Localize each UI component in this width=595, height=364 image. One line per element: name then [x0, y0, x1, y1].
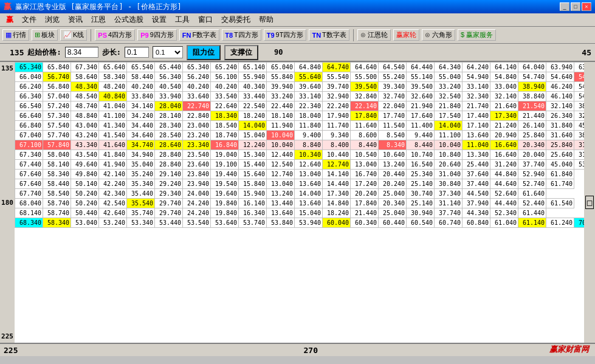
cell: 29.140	[155, 170, 183, 179]
menu-settings[interactable]: 设置	[148, 14, 170, 26]
cell: 25.040	[379, 208, 407, 218]
cell: 30.840	[435, 179, 463, 189]
support-btn[interactable]: 支撑位	[224, 45, 258, 60]
cell: 10.540	[351, 150, 379, 160]
menu-file[interactable]: 文件	[18, 14, 40, 26]
cell: 50.440	[71, 208, 99, 218]
cell: 58.440	[127, 72, 155, 82]
cell: 48.240	[99, 82, 127, 92]
table-row: 67.040 57.740 43.240 41.540 34.640 28.54…	[15, 131, 585, 140]
cell: 54.640	[546, 72, 574, 82]
start-price-input[interactable]	[65, 47, 98, 58]
cell: 17.840	[351, 199, 379, 208]
cell: 16.540	[407, 160, 435, 170]
cell: 17.240	[351, 179, 379, 189]
bottom-bar: 225 270 赢家财富网	[0, 343, 595, 356]
menu-window[interactable]: 窗口	[194, 14, 216, 26]
window-controls[interactable]: _ □ ×	[560, 2, 591, 11]
menu-info[interactable]: 资讯	[64, 14, 86, 26]
cell: 12.540	[267, 160, 295, 170]
cell: 16.640	[490, 150, 518, 160]
cell: 15.340	[239, 150, 267, 160]
cell: 68.040	[15, 199, 43, 208]
cell: 34.640	[127, 131, 155, 140]
cell: 20.340	[518, 140, 546, 150]
btn-hexagon[interactable]: ⊙ 六角形	[422, 29, 455, 41]
maximize-btn[interactable]: □	[571, 2, 580, 11]
cell: 53.340	[127, 218, 155, 228]
cell: 52.640	[490, 189, 518, 199]
btn-t8[interactable]: T8 T四方形	[222, 29, 261, 41]
resist-btn[interactable]: 阻力位	[187, 45, 221, 60]
cell: 64.240	[463, 63, 490, 72]
btn-blocks[interactable]: ⊞ 板块	[32, 29, 58, 41]
btn-p9[interactable]: P9 9四方形	[137, 29, 177, 41]
cell: 35.240	[127, 170, 155, 179]
cell: 19.840	[211, 208, 239, 218]
btn-kline[interactable]: 📈 K线	[60, 29, 87, 41]
cell: 22.540	[239, 101, 267, 111]
cell: 49.840	[71, 170, 99, 179]
cell: 65.340	[183, 63, 211, 72]
cell: 21.840	[435, 101, 463, 111]
step-input[interactable]	[125, 47, 149, 58]
cell: 10.040	[267, 131, 295, 140]
menu-tools[interactable]: 工具	[171, 14, 193, 26]
menu-formula[interactable]: 公式选股	[111, 14, 147, 26]
cell: 38.940	[518, 82, 546, 92]
cell: 13.240	[267, 189, 295, 199]
cell: 53.540	[183, 218, 211, 228]
cell: 54.240	[574, 92, 585, 101]
table-container: 65.340 65.840 67.340 65.640 65.540 65.44…	[15, 62, 584, 343]
cell: 38.840	[518, 92, 546, 101]
cell: 39.340	[379, 82, 407, 92]
cell: 58.040	[43, 150, 71, 160]
title-text: 赢家江恩专业版 [赢家服务平台] - [价格正方形]	[15, 2, 182, 12]
cell: 29.340	[155, 189, 183, 199]
cell: 8.840	[295, 140, 323, 150]
step-select[interactable]: 0.1 0.2 0.5 1	[153, 46, 183, 58]
minimize-btn[interactable]: _	[560, 2, 569, 11]
cell: 57.840	[43, 140, 71, 150]
table-row: 67.340 58.040 43.540 41.840 34.940 28.84…	[15, 150, 585, 160]
cell: 15.040	[295, 208, 323, 218]
cell: 30.940	[407, 208, 435, 218]
cell: 67.440	[15, 160, 43, 170]
menu-win[interactable]: 赢	[2, 14, 17, 26]
cell: 48.340	[71, 82, 99, 92]
cell: 31.640	[546, 131, 574, 140]
cell: 13.440	[267, 199, 295, 208]
menu-browse[interactable]: 浏览	[41, 14, 63, 26]
menu-help[interactable]: 帮助	[255, 14, 277, 26]
cell: 14.040	[239, 121, 267, 131]
cell: 34.740	[127, 140, 155, 150]
cell: 15.040	[239, 131, 267, 140]
btn-tn[interactable]: TN T数字表	[309, 29, 349, 41]
cell: 8.440	[407, 140, 435, 150]
right-labels: □	[584, 62, 595, 343]
cell: 32.540	[435, 92, 463, 101]
btn-fn[interactable]: FN F数字表	[179, 29, 219, 41]
table-row: 68.340 58.340 53.040 53.240 53.340 53.44…	[15, 218, 585, 228]
menu-trade[interactable]: 交易委托	[218, 14, 254, 26]
btn-ps4[interactable]: PS 4四方形	[95, 29, 135, 41]
cell: 44.440	[490, 199, 518, 208]
cell: 25.640	[546, 150, 574, 160]
cell: 44.540	[463, 189, 490, 199]
cell: 18.740	[211, 131, 239, 140]
cell: 11.040	[463, 140, 490, 150]
menu-jianen[interactable]: 江恩	[88, 14, 109, 26]
cell: 53.440	[155, 218, 183, 228]
cell: 53.640	[211, 218, 239, 228]
btn-yinglun[interactable]: 赢家轮	[393, 29, 419, 41]
cell: 21.740	[463, 101, 490, 111]
cell: 32.340	[463, 92, 490, 101]
btn-quotes[interactable]: ▦ 行情	[2, 29, 29, 41]
close-btn[interactable]: ×	[582, 2, 591, 11]
btn-jianenlun[interactable]: ⊙ 江恩轮	[357, 29, 391, 41]
btn-service[interactable]: $ 赢家服务	[458, 29, 496, 41]
cell: 34.440	[127, 121, 155, 131]
btn-t9[interactable]: T9 9T四方形	[264, 29, 307, 41]
cell: 58.340	[43, 218, 71, 228]
cell: 46.240	[546, 82, 574, 92]
